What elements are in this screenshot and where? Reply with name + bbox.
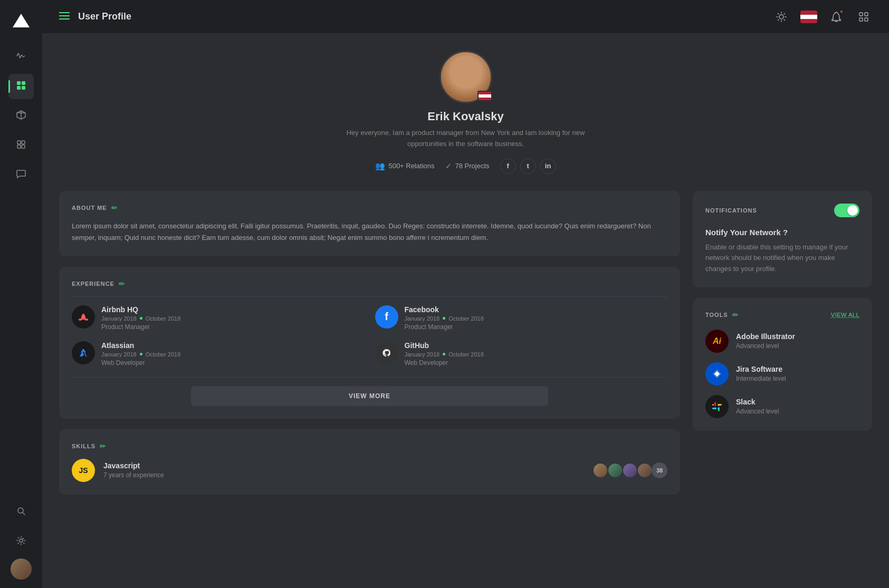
skills-header: SKILLS ✏ xyxy=(72,442,667,450)
content-area: Erik Kovalsky Hey everyone, Iam a produc… xyxy=(42,34,889,588)
dashboard-icon xyxy=(16,80,26,93)
notifications-card: NOTIFICATIONS Notify Your Network ? Enab… xyxy=(693,191,872,287)
atlassian-dates: January 2018 October 2018 xyxy=(101,351,365,358)
sidebar-item-components[interactable] xyxy=(8,133,34,158)
jira-level: Intermediate level xyxy=(736,375,859,382)
illustrator-level: Advanced level xyxy=(736,342,859,350)
sidebar-item-chat[interactable] xyxy=(8,162,34,188)
skills-edit-icon[interactable]: ✏ xyxy=(100,442,106,450)
apps-grid-icon[interactable] xyxy=(855,8,872,25)
svg-line-12 xyxy=(23,513,25,515)
svg-marker-0 xyxy=(13,14,30,27)
illustrator-name: Adobe Illustrator xyxy=(736,332,859,341)
svg-rect-38 xyxy=(718,408,719,409)
about-me-header: ABOUT ME ✏ xyxy=(72,204,667,212)
profile-name: Erik Kovalsky xyxy=(427,110,503,123)
javascript-info: Javascript 7 years of experience xyxy=(103,461,584,479)
airbnb-logo xyxy=(72,305,95,329)
svg-rect-3 xyxy=(17,86,21,90)
about-me-card: ABOUT ME ✏ Lorem ipsum dolor sit amet, c… xyxy=(59,191,680,256)
svg-rect-35 xyxy=(718,404,722,406)
skill-user-2 xyxy=(607,462,623,478)
illustrator-info: Adobe Illustrator Advanced level xyxy=(736,332,859,350)
sidebar-item-dashboard[interactable] xyxy=(8,74,34,99)
social-links: f t in xyxy=(500,158,556,174)
toggle-knob xyxy=(847,205,858,216)
language-flag[interactable] xyxy=(800,11,817,23)
exp-bottom-divider xyxy=(72,377,667,378)
notification-badge xyxy=(839,9,844,14)
view-more-button[interactable]: VIEW MORE xyxy=(191,386,548,406)
view-all-link[interactable]: VIEW ALL xyxy=(831,312,859,318)
relations-stat: 👥 500+ Relations xyxy=(375,161,434,171)
notifications-icon[interactable] xyxy=(828,8,845,25)
sidebar xyxy=(0,0,42,588)
slack-name: Slack xyxy=(736,398,859,406)
svg-rect-7 xyxy=(17,141,21,144)
experience-edit-icon[interactable]: ✏ xyxy=(119,279,125,288)
illustrator-logo: Ai xyxy=(705,330,729,353)
user-avatar-sidebar[interactable] xyxy=(11,558,32,580)
components-icon xyxy=(16,139,26,152)
skill-user-4 xyxy=(637,462,653,478)
menu-icon[interactable] xyxy=(59,11,70,22)
atlassian-role: Web Developer xyxy=(101,359,365,367)
jira-name: Jira Software xyxy=(736,365,859,373)
twitter-link[interactable]: t xyxy=(520,158,536,174)
svg-rect-26 xyxy=(859,13,863,16)
jira-info: Jira Software Intermediate level xyxy=(736,365,859,382)
slack-logo xyxy=(705,395,729,418)
main-area: User Profile xyxy=(42,0,889,588)
sidebar-item-activity[interactable] xyxy=(8,44,34,70)
projects-count: 78 Projects xyxy=(455,162,490,170)
svg-rect-1 xyxy=(17,81,21,85)
cube-icon xyxy=(16,110,26,123)
app-logo[interactable] xyxy=(8,8,34,34)
skill-user-3 xyxy=(622,462,638,478)
notify-network-description: Enable or disable this setting to manage… xyxy=(705,242,859,275)
experience-card: EXPERIENCE ✏ xyxy=(59,267,680,419)
airbnb-details: Airbnb HQ January 2018 October 2018 Prod… xyxy=(101,305,365,331)
svg-rect-29 xyxy=(865,18,868,21)
left-column: ABOUT ME ✏ Lorem ipsum dolor sit amet, c… xyxy=(59,191,680,495)
skills-title: SKILLS xyxy=(72,443,95,449)
tools-title: TOOLS xyxy=(705,312,728,318)
exp-item-airbnb: Airbnb HQ January 2018 October 2018 Prod… xyxy=(72,305,365,331)
github-role: Web Developer xyxy=(405,359,668,367)
svg-rect-10 xyxy=(22,145,25,148)
slack-level: Advanced level xyxy=(736,408,859,415)
tools-title-wrap: TOOLS ✏ xyxy=(705,311,739,319)
experience-title: EXPERIENCE xyxy=(72,281,114,287)
page-title: User Profile xyxy=(78,11,773,22)
sidebar-item-settings[interactable] xyxy=(8,529,34,554)
airbnb-company: Airbnb HQ xyxy=(101,305,365,314)
svg-line-23 xyxy=(784,20,785,21)
javascript-users: 38 xyxy=(592,462,667,478)
skills-card: SKILLS ✏ JS Javascript 7 years of experi… xyxy=(59,429,680,495)
tools-edit-icon[interactable]: ✏ xyxy=(732,311,739,319)
atlassian-company: Atlassian xyxy=(101,341,365,350)
github-logo xyxy=(375,341,398,364)
github-details: GitHub January 2018 October 2018 Web Dev… xyxy=(405,341,668,367)
notifications-title: NOTIFICATIONS xyxy=(705,207,757,214)
atlassian-logo xyxy=(72,341,95,364)
sidebar-item-search[interactable] xyxy=(8,499,34,525)
javascript-experience: 7 years of experience xyxy=(103,471,584,479)
facebook-link[interactable]: f xyxy=(500,158,516,174)
facebook-details: Facebook January 2018 October 2018 Produ… xyxy=(405,305,668,331)
experience-header: EXPERIENCE ✏ xyxy=(72,279,667,288)
profile-country-flag xyxy=(477,91,492,101)
tool-item-illustrator: Ai Adobe Illustrator Advanced level xyxy=(705,330,859,353)
theme-toggle-icon[interactable] xyxy=(773,8,790,25)
slack-info: Slack Advanced level xyxy=(736,398,859,415)
about-me-edit-icon[interactable]: ✏ xyxy=(111,204,118,212)
exp-item-atlassian: Atlassian January 2018 October 2018 Web … xyxy=(72,341,365,367)
linkedin-link[interactable]: in xyxy=(540,158,556,174)
sidebar-item-cube[interactable] xyxy=(8,103,34,129)
airbnb-role: Product Manager xyxy=(101,323,365,331)
tool-item-jira: Jira Software Intermediate level xyxy=(705,362,859,385)
activity-icon xyxy=(16,51,26,64)
svg-rect-31 xyxy=(714,402,716,406)
notifications-toggle[interactable] xyxy=(834,204,859,217)
settings-icon xyxy=(16,535,26,548)
